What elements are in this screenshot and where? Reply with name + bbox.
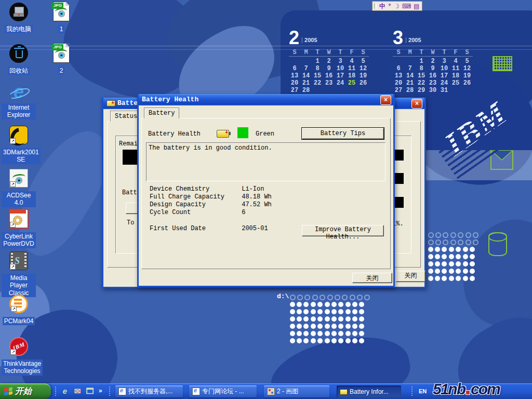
language-indicator[interactable]: EN — [419, 388, 427, 394]
calendar-day — [357, 87, 369, 94]
wallpaper-dot — [331, 338, 337, 343]
quicklaunch-show-desktop-icon[interactable]: 🗔 — [85, 386, 95, 396]
info-row: Device Chemistry Li-Ion — [150, 185, 386, 193]
taskbar-button-server-not-found[interactable]: 找不到服务器,... — [115, 385, 183, 397]
battery-icon — [217, 130, 229, 138]
icon-label: 2 — [58, 66, 65, 75]
desktop-icon-my-computer[interactable]: 我的电脑 — [2, 3, 36, 33]
icon-label: PCMark04 — [3, 317, 35, 325]
desktop-icon-jpg-2[interactable]: JPG 2 — [44, 43, 78, 75]
wallpaper-dot — [458, 240, 463, 245]
wallpaper-dot — [317, 302, 323, 307]
calendar-day: 27 — [393, 87, 404, 94]
remaining-label-fragment: Remai — [119, 140, 138, 148]
calendar-day-header: M — [404, 49, 416, 57]
quicklaunch-mail-icon[interactable]: ✉ — [73, 386, 82, 396]
close-dialog-button[interactable]: 关闭 — [352, 273, 392, 283]
wallpaper-dot — [297, 295, 303, 300]
wallpaper-dot — [325, 324, 330, 329]
tab-battery[interactable]: Battery — [144, 108, 179, 118]
wallpaper-dot — [317, 331, 323, 336]
ime-language-bar[interactable]: 中 ° ☽ ⌨ ▤ — [372, 1, 422, 11]
wallpaper-dot — [312, 295, 318, 300]
wallpaper-dot — [449, 276, 454, 281]
recycle-bin-icon — [9, 44, 28, 63]
calendar-day-header: T — [312, 49, 323, 57]
jpg-thumbnail-icon: JPG — [53, 43, 70, 63]
ime-menu-icon[interactable]: ▤ — [414, 2, 419, 10]
internet-explorer-icon: e — [9, 83, 28, 102]
condition-text-box: The battery is in good condition. — [146, 142, 385, 181]
calendar-day-header: S — [461, 49, 473, 57]
desktop-icon-jpg-1[interactable]: JPG 1 — [44, 2, 78, 33]
desktop-icon-powerdvd[interactable]: CyberLink PowerDVD — [2, 209, 36, 248]
ime-keyboard-icon[interactable]: ⌨ — [402, 2, 411, 10]
database-cylinder-icon — [488, 232, 507, 256]
shortcut-arrow-icon — [10, 222, 16, 228]
wallpaper-dot — [345, 302, 351, 307]
calendar-day: 29 — [416, 87, 427, 94]
info-row: Cycle Count 6 — [150, 209, 386, 216]
close-button[interactable]: × — [380, 95, 391, 105]
wallpaper-dot — [473, 240, 478, 245]
ime-chinese-icon[interactable]: 中 — [379, 2, 385, 10]
condition-text: The battery is in good condition. — [149, 144, 272, 152]
desktop-icon-media-player-classic[interactable]: S Media Player Classic — [2, 251, 36, 297]
desktop-icon-acdsee[interactable]: ACDSee 4.0 — [2, 169, 36, 207]
desktop-icon-recycle-bin[interactable]: 回收站 — [2, 44, 36, 75]
wallpaper-dot — [450, 240, 456, 245]
taskbar-button-battery-information[interactable]: Battery Infor... — [337, 385, 401, 397]
battery-tips-button[interactable]: Battery Tips — [302, 128, 384, 139]
wallpaper-dot — [463, 276, 468, 281]
calendar-day: 5 — [461, 58, 473, 65]
wallpaper-dot — [449, 254, 454, 259]
desktop-icon-pcmark04[interactable]: PCMark04 — [2, 295, 36, 325]
info-value: 48.18 Wh — [242, 193, 272, 201]
start-button[interactable]: 开始 — [0, 383, 51, 399]
battery-health-dialog: Battery Health × Battery Battery Health … — [137, 94, 395, 287]
calendar-march: 3 2005 SMTWTFS12345678910111213141516171… — [393, 29, 474, 94]
wallpaper-dot — [297, 316, 302, 322]
wallpaper-dot — [317, 309, 323, 314]
icon-label: 3DMark2001 SE — [2, 148, 41, 164]
info-label: Cycle Count — [150, 209, 238, 216]
wallpaper-dot — [449, 261, 454, 267]
close-window-button[interactable]: 关闭 — [396, 271, 425, 282]
info-value: Li-Ion — [242, 185, 264, 193]
battery-health-titlebar[interactable]: Battery Health — [139, 94, 393, 105]
ime-width-toggle-icon[interactable]: ° — [388, 2, 391, 10]
wallpaper-dot — [325, 338, 330, 343]
wallpaper-dot — [290, 309, 295, 314]
calendar-day: 19 — [357, 72, 369, 79]
desktop-icon-internet-explorer[interactable]: e Internet Explorer — [2, 83, 36, 119]
wallpaper-dot — [456, 247, 461, 252]
improve-battery-health-button[interactable]: Improve Battery Health... — [302, 225, 384, 236]
paint-icon — [267, 388, 275, 395]
dot-grid-right — [427, 232, 480, 283]
desktop-icon-thinkvantage[interactable]: IBM ThinkVantage Technologies — [2, 337, 36, 376]
calendar-day: 26 — [461, 79, 473, 87]
ime-grip[interactable] — [374, 3, 377, 9]
task-label: 2 - 画图 — [277, 387, 298, 396]
icon-label: Internet Explorer — [2, 103, 36, 119]
taskbar-button-paint[interactable]: 2 - 画图 — [264, 385, 329, 397]
wallpaper-dot — [463, 261, 468, 267]
wallpaper-dot — [311, 302, 316, 307]
wallpaper-dot — [428, 269, 433, 274]
wallpaper-dot — [338, 331, 343, 336]
wallpaper-dot — [449, 247, 454, 252]
wallpaper-dot — [435, 261, 440, 267]
quicklaunch-ie-icon[interactable]: e — [60, 386, 70, 396]
wallpaper-dot — [331, 316, 337, 322]
taskbar-button-forum[interactable]: 专门网论坛 - ... — [189, 385, 257, 397]
wallpaper-dot — [303, 324, 309, 329]
info-label: Full Charge Capacity — [150, 193, 238, 201]
close-button[interactable]: × — [411, 99, 422, 109]
calendar-day — [300, 58, 312, 65]
quicklaunch-chevron[interactable]: » — [99, 385, 102, 396]
desktop-icon-3dmark2001[interactable]: 3DMark2001 SE — [2, 126, 36, 164]
calendar-day: 28 — [300, 87, 312, 94]
ime-punctuation-icon[interactable]: ☽ — [394, 2, 400, 10]
wallpaper-dot — [450, 232, 456, 238]
watermark-prefix: 51nb — [433, 380, 465, 398]
